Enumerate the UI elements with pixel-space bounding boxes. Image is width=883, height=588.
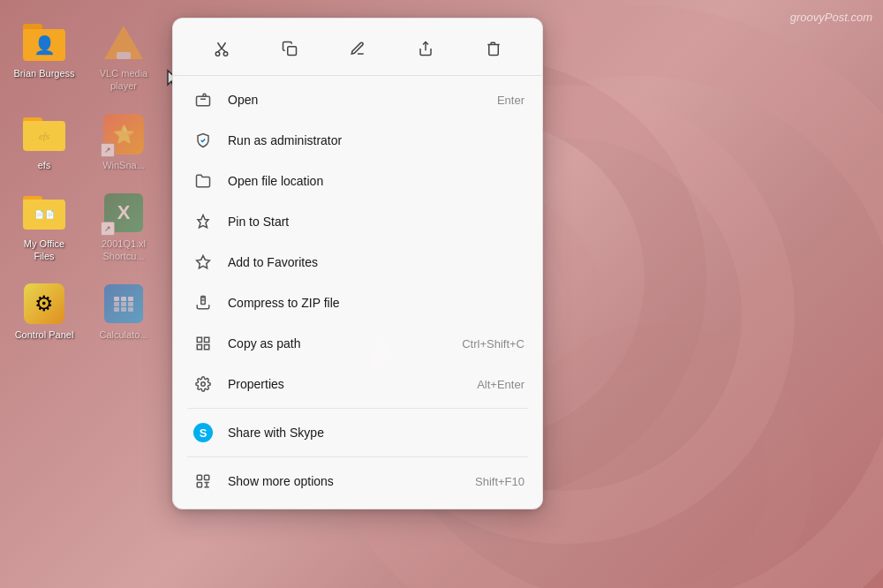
copy-button[interactable]: [274, 33, 306, 64]
zip-icon: [191, 290, 215, 315]
delete-button[interactable]: [478, 33, 509, 64]
menu-label: Compress to ZIP file: [228, 296, 525, 310]
menu-label: Properties: [228, 377, 477, 391]
icon-label: efs: [38, 159, 51, 171]
desktop-icons-area: 👤 Brian Burgess VLC mediaplayer efs: [9, 18, 159, 345]
menu-label: Open file location: [228, 174, 525, 188]
menu-item-share-skype[interactable]: S Share with Skype: [173, 412, 542, 453]
menu-shortcut: Enter: [497, 94, 525, 107]
menu-label: Share with Skype: [228, 426, 525, 440]
menu-label: Pin to Start: [228, 215, 525, 229]
svg-marker-7: [197, 256, 210, 268]
svg-rect-20: [197, 483, 201, 487]
svg-rect-16: [197, 345, 201, 350]
svg-rect-15: [205, 345, 209, 350]
svg-point-2: [223, 52, 228, 57]
desktop-icon-brian-burgess[interactable]: 👤 Brian Burgess: [9, 18, 79, 96]
icon-label: VLC mediaplayer: [100, 67, 147, 93]
menu-label: Open: [228, 93, 497, 107]
skype-icon: S: [191, 420, 215, 445]
svg-rect-19: [205, 475, 209, 479]
menu-label: Copy as path: [228, 336, 462, 351]
menu-item-run-as-admin[interactable]: Run as administrator: [173, 120, 542, 161]
desktop-icon-control-panel[interactable]: ⚙ Control Panel: [9, 279, 79, 344]
menu-item-show-more-options[interactable]: Show more options Shift+F10: [173, 461, 542, 501]
star-icon: [191, 250, 215, 275]
menu-item-open-file-location[interactable]: Open file location: [173, 161, 542, 201]
desktop-icon-vlc[interactable]: VLC mediaplayer: [88, 18, 159, 96]
svg-rect-6: [197, 96, 210, 106]
svg-point-17: [201, 382, 206, 387]
desktop-icon-calculator[interactable]: Calculato...: [88, 279, 159, 344]
folder-open-icon: [191, 169, 215, 193]
open-icon: [191, 87, 215, 112]
desktop-icon-office-files[interactable]: 📄 📄 My OfficeFiles: [9, 188, 79, 267]
menu-label: Run as administrator: [228, 133, 525, 147]
context-menu: Open Enter Run as administrator Open fil…: [172, 18, 543, 509]
menu-shortcut: Alt+Enter: [477, 378, 525, 391]
menu-item-properties[interactable]: Properties Alt+Enter: [173, 364, 542, 404]
menu-item-compress-zip[interactable]: Compress to ZIP file: [173, 283, 542, 323]
icon-label: Calculato...: [99, 328, 147, 341]
icon-label: Control Panel: [15, 328, 74, 341]
rename-button[interactable]: [342, 33, 374, 64]
desktop-icon-excel-shortcut[interactable]: X ↗ 2001Q1.xlShortcu...: [88, 188, 159, 267]
desktop-icon-efs[interactable]: efs efs: [9, 109, 79, 175]
cut-button[interactable]: [206, 33, 238, 64]
properties-icon: [191, 372, 215, 396]
svg-rect-14: [205, 337, 209, 342]
watermark: groovyPost.com: [790, 11, 872, 24]
menu-shortcut: Ctrl+Shift+C: [462, 337, 525, 351]
menu-item-add-to-favorites[interactable]: Add to Favorites: [173, 242, 542, 283]
icon-label: My OfficeFiles: [24, 237, 64, 263]
svg-line-3: [222, 42, 226, 49]
svg-rect-13: [197, 337, 201, 342]
menu-label: Show more options: [228, 474, 475, 488]
share-button[interactable]: [410, 33, 442, 64]
copy-path-icon: [191, 331, 215, 356]
menu-shortcut: Shift+F10: [475, 475, 525, 488]
menu-item-pin-to-start[interactable]: Pin to Start: [173, 201, 542, 242]
icon-label: 2001Q1.xlShortcu...: [102, 237, 146, 263]
pin-icon: [191, 209, 215, 234]
svg-rect-4: [288, 47, 297, 56]
svg-point-1: [215, 52, 220, 57]
menu-item-copy-as-path[interactable]: Copy as path Ctrl+Shift+C: [173, 323, 542, 364]
menu-label: Add to Favorites: [228, 255, 525, 269]
icon-label: WinSna...: [102, 159, 145, 171]
menu-divider: [187, 408, 528, 409]
menu-item-open[interactable]: Open Enter: [173, 79, 542, 120]
more-options-icon: [191, 469, 215, 494]
menu-divider-2: [187, 456, 528, 457]
context-menu-toolbar: [173, 26, 542, 76]
icon-label: Brian Burgess: [13, 67, 74, 79]
desktop-icon-winsnap[interactable]: ⭐ ↗ WinSna...: [88, 109, 159, 175]
svg-rect-18: [197, 475, 201, 479]
run-admin-icon: [191, 128, 215, 153]
watermark-text: groovyPost.com: [790, 11, 872, 24]
